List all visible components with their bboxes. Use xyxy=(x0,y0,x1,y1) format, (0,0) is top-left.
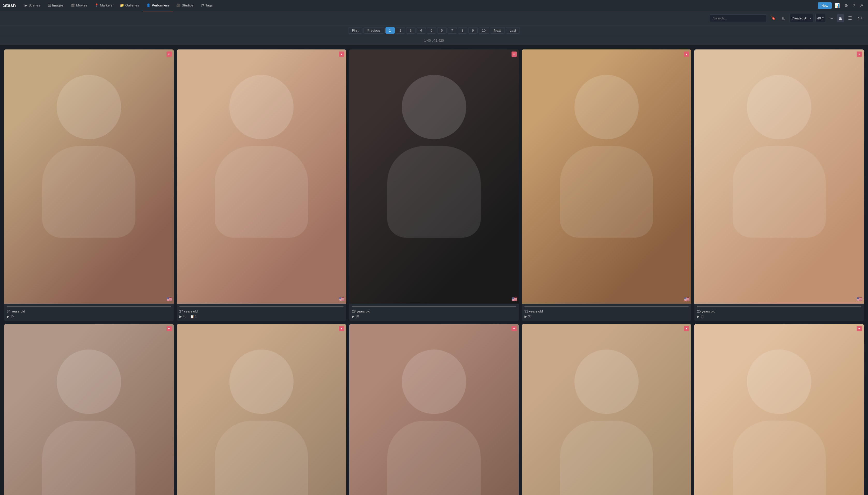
performer-card[interactable]: ♥ xyxy=(349,324,519,495)
country-flag: 🇺🇸 xyxy=(339,296,345,302)
performer-image-10 xyxy=(694,324,864,495)
nav-items: ▶Scenes🖼Images🎬Movies📍Markers📁Galleries👤… xyxy=(21,0,818,12)
nav-item-tags[interactable]: 🏷Tags xyxy=(197,0,216,12)
page-btn-2[interactable]: 2 xyxy=(396,27,405,34)
brand[interactable]: Stash xyxy=(3,3,16,8)
performer-stats: ▶31 xyxy=(697,314,861,319)
more-options-button[interactable]: ··· xyxy=(828,15,835,22)
performer-card[interactable]: ♥ xyxy=(522,324,692,495)
performers-nav-icon: 👤 xyxy=(146,3,151,7)
stat-icon: 📋 xyxy=(190,314,194,319)
nav-item-scenes[interactable]: ▶Scenes xyxy=(21,0,44,12)
markers-nav-icon: 📍 xyxy=(94,3,99,7)
bookmark-filter-button[interactable]: 🔖 xyxy=(769,15,778,22)
nav-item-images[interactable]: 🖼Images xyxy=(44,0,67,12)
sort-label: Created At xyxy=(792,16,807,20)
page-btn-6[interactable]: 6 xyxy=(437,27,447,34)
galleries-nav-label: Galleries xyxy=(125,3,139,7)
performer-image-2 xyxy=(177,49,346,304)
nav-item-performers[interactable]: 👤Performers xyxy=(143,0,173,12)
stat-icon: ▶ xyxy=(179,314,182,319)
page-btn-10[interactable]: 10 xyxy=(479,27,489,34)
performer-card[interactable]: ♥ xyxy=(4,324,174,495)
stat-icon: ▶ xyxy=(697,314,699,319)
images-nav-icon: 🖼 xyxy=(47,3,51,7)
settings-icon-button[interactable]: ⚙ xyxy=(843,2,850,9)
performer-card[interactable]: ♥🇺🇸28 years old▶30 xyxy=(349,49,519,321)
favorite-badge: ♥ xyxy=(167,326,172,331)
results-text: 1-40 of 1,420 xyxy=(424,38,444,42)
page-btn-last[interactable]: Last xyxy=(506,27,520,34)
page-btn-1[interactable]: 1 xyxy=(385,27,395,34)
favorite-badge: ♥ xyxy=(684,326,689,331)
favorite-badge: ♥ xyxy=(511,52,517,57)
performer-image-3 xyxy=(349,49,519,304)
favorite-badge: ♥ xyxy=(856,52,862,57)
export-icon-button[interactable]: ↗ xyxy=(858,2,865,9)
count-select[interactable]: 40 ▲ ▼ xyxy=(815,14,826,22)
page-btn-3[interactable]: 3 xyxy=(406,27,416,34)
favorite-badge: ♥ xyxy=(511,326,517,331)
performer-info: 34 years old▶15 xyxy=(4,308,174,321)
performer-card[interactable]: ♥🇺🇸27 years old▶40📋1 xyxy=(177,49,346,321)
page-btn-8[interactable]: 8 xyxy=(458,27,467,34)
view-grid-button[interactable]: ⊞ xyxy=(837,14,844,22)
favorite-badge: ♥ xyxy=(339,52,344,57)
performer-name-bar xyxy=(7,306,171,307)
performer-age: 28 years old xyxy=(352,309,516,313)
markers-nav-label: Markers xyxy=(100,3,112,7)
page-btn-next[interactable]: Next xyxy=(490,27,505,34)
performer-image-4 xyxy=(522,49,692,304)
stat-item: ▶30 xyxy=(352,314,359,319)
studios-nav-icon: 🎥 xyxy=(176,3,180,7)
country-flag: 🇺🇸 xyxy=(167,296,172,302)
filter-button[interactable]: ⊞ xyxy=(780,15,787,22)
performer-image-6 xyxy=(4,324,174,495)
page-btn-9[interactable]: 9 xyxy=(468,27,478,34)
scenes-nav-label: Scenes xyxy=(29,3,40,7)
page-btn-5[interactable]: 5 xyxy=(427,27,436,34)
stat-item: ▶31 xyxy=(697,314,704,319)
nav-item-markers[interactable]: 📍Markers xyxy=(91,0,116,12)
performer-image-1 xyxy=(4,49,174,304)
stat-value: 15 xyxy=(10,314,14,318)
nav-item-studios[interactable]: 🎥Studios xyxy=(173,0,197,12)
nav-item-movies[interactable]: 🎬Movies xyxy=(67,0,91,12)
count-arrows: ▲ ▼ xyxy=(822,16,824,20)
search-input[interactable] xyxy=(710,15,767,22)
performer-age: 34 years old xyxy=(7,309,171,313)
performer-info: 25 years old▶31 xyxy=(694,308,864,321)
page-btn-4[interactable]: 4 xyxy=(417,27,426,34)
sort-select[interactable]: Created At ▲ xyxy=(789,14,813,22)
view-list-button[interactable]: ☰ xyxy=(846,14,854,22)
stat-item: ▶33 xyxy=(524,314,532,319)
performer-card[interactable]: ♥🇺🇸31 years old▶33 xyxy=(522,49,692,321)
nav-item-galleries[interactable]: 📁Galleries xyxy=(116,0,143,12)
tags-nav-icon: 🏷 xyxy=(201,3,204,7)
stat-icon: ▶ xyxy=(352,314,354,319)
nav-right: New 📊 ⚙ ? ↗ xyxy=(818,2,865,9)
page-btn-7[interactable]: 7 xyxy=(448,27,457,34)
chart-icon-button[interactable]: 📊 xyxy=(833,2,841,9)
favorite-badge: ♥ xyxy=(339,326,344,331)
country-flag: 🇺🇸 xyxy=(684,296,690,302)
country-flag: 🇺🇸 xyxy=(856,296,862,302)
view-tag-button[interactable]: 🏷 xyxy=(856,14,864,22)
performer-image-5 xyxy=(694,49,864,304)
performer-image-7 xyxy=(177,324,346,495)
performer-card[interactable]: ♥🇺🇸25 years old▶31 xyxy=(694,49,864,321)
new-button[interactable]: New xyxy=(818,2,832,9)
performer-card[interactable]: ♥🇺🇸34 years old▶15 xyxy=(4,49,174,321)
page-btn-first[interactable]: First xyxy=(348,27,362,34)
performer-card[interactable]: ♥ xyxy=(694,324,864,495)
stat-item: ▶15 xyxy=(7,314,14,319)
stat-value: 31 xyxy=(700,314,704,318)
performer-age: 27 years old xyxy=(179,309,344,313)
stat-value: 30 xyxy=(355,314,359,318)
performer-card[interactable]: ♥ xyxy=(177,324,346,495)
performer-stats: ▶33 xyxy=(524,314,689,319)
stat-value: 1 xyxy=(195,314,197,318)
help-icon-button[interactable]: ? xyxy=(851,2,857,9)
favorite-badge: ♥ xyxy=(856,326,862,331)
page-btn-previous[interactable]: Previous xyxy=(363,27,384,34)
